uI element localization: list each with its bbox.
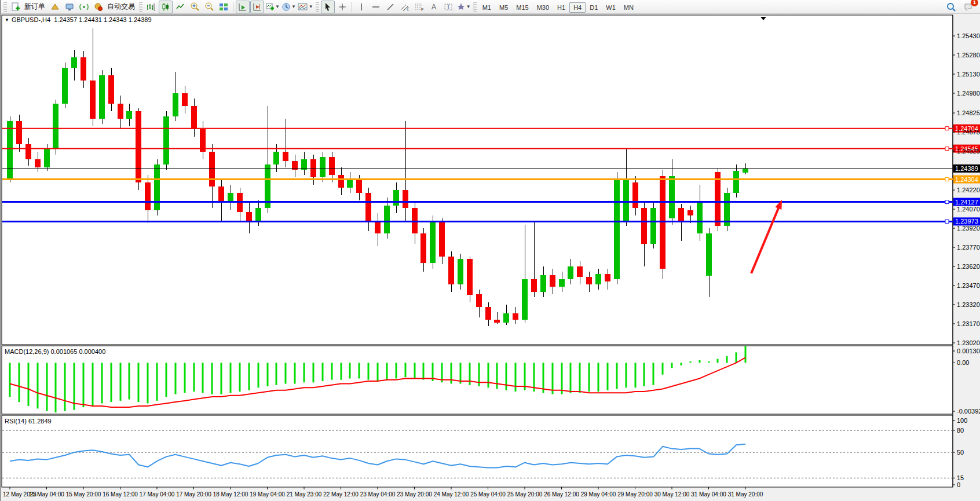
chart-title: ▼GBPUSD-,H4 1.24357 1.24431 1.24343 1.24… [5,16,152,23]
time-axis-label: 29 May 04:00 [581,491,616,498]
price-tag-value: 1.24304 [955,176,978,183]
timeframe-m15[interactable]: M15 [512,2,532,13]
autotrade-button[interactable]: 自动交易 [107,2,135,12]
toolbar-grip[interactable] [316,2,319,12]
rsi-axis-label: 80 [957,427,964,434]
channel-icon[interactable]: E [398,1,412,13]
time-axis-label: 25 May 20:00 [507,491,543,498]
chevron-down-icon: ▼ [291,4,296,9]
new-chart-icon[interactable]: ▼ [265,1,280,13]
svg-text:E: E [407,7,409,11]
crosshair-icon[interactable] [335,1,349,13]
time-axis-label: 25 May 04:00 [470,491,506,498]
chevron-down-icon: ▼ [309,4,313,9]
terminal-icon[interactable] [63,1,76,13]
timeframe-w1[interactable]: W1 [602,2,620,13]
text-label-icon[interactable]: T [441,1,455,13]
time-axis-label: 31 May 04:00 [691,491,726,498]
search-icon[interactable] [944,1,958,13]
price-tag-value: 1.24389 [955,165,978,172]
rsi-axis-label: 0 [957,481,960,488]
tile-windows-icon[interactable] [217,1,231,13]
zoom-in-icon[interactable] [188,1,202,13]
price-axis-label: 1.24825 [957,109,980,116]
candle-chart-icon[interactable] [159,1,173,13]
price-axis-label: 1.25280 [957,52,980,58]
time-axis-label: 17 May 04:00 [140,491,175,498]
price-axis-label: 1.23320 [957,301,980,308]
time-axis-label: 29 May 20:00 [617,491,653,498]
trendline-icon[interactable] [383,1,397,13]
toolbar-grip[interactable] [3,2,7,12]
indicators-icon[interactable]: ▼ [297,1,314,13]
time-axis-label: 21 May 23:00 [287,491,322,498]
svg-text:F: F [421,8,423,12]
price-tag-value: 1.24127 [955,199,978,206]
line-handle-marker[interactable] [945,200,949,204]
bar-chart-icon[interactable] [144,1,158,13]
timeframe-group: M1M5M15M30H1H4D1W1MN [478,2,638,12]
timeframe-m1[interactable]: M1 [478,2,495,13]
time-axis-label: 17 May 20:00 [176,491,211,498]
notifications-icon[interactable]: 1 [961,1,975,13]
timeframe-h4[interactable]: H4 [569,2,586,13]
time-axis-label: 22 May 12:00 [323,491,359,498]
fibonacci-icon[interactable]: F [412,1,426,13]
line-handle-marker[interactable] [945,127,949,130]
macd-indicator-label: MACD(12,26,9) 0.001065 0.000400 [5,348,105,355]
price-axis-label: 1.24525 [957,148,980,155]
line-handle-marker[interactable] [945,147,949,151]
toolbar-separator [352,2,352,12]
time-axis-label: 19 May 04:00 [250,491,285,498]
line-chart-icon[interactable] [173,1,187,13]
toolbar-grip[interactable] [473,2,477,12]
time-axis-label: 23 May 04:00 [360,491,396,498]
profiles-icon[interactable]: ▼ [281,1,297,13]
rsi-axis-label: 15 [957,474,964,481]
svg-text:A: A [432,3,436,11]
new-order-icon[interactable] [9,1,23,13]
arrows-icon[interactable]: ▼ [456,1,471,13]
auto-scroll-icon[interactable] [236,1,250,13]
autotrade-icon[interactable] [92,1,105,13]
chevron-down-icon: ▼ [275,4,280,9]
rsi-indicator-label: RSI(14) 61.2849 [5,418,52,425]
signal-icon[interactable] [77,1,91,13]
timeframe-d1[interactable]: D1 [586,2,602,13]
chart-shift-icon[interactable] [250,1,264,13]
rsi-pane[interactable] [2,415,953,487]
price-axis-label: 1.25130 [957,71,980,78]
macd-axis-label: 0.001302 [957,348,980,354]
svg-text:T: T [447,3,450,10]
timeframe-mn[interactable]: MN [620,2,638,13]
rsi-axis-label: 100 [957,417,967,424]
price-axis-label: 1.23470 [957,282,980,289]
text-icon[interactable]: A [427,1,441,13]
price-tag-value: 1.23973 [955,218,978,225]
chart-menu-arrow-icon[interactable]: ▼ [5,17,9,23]
toolbar: 新订单 自动交易 [1,0,980,14]
price-axis-label: 1.23620 [957,263,980,270]
timeframe-m5[interactable]: M5 [495,2,512,13]
vertical-line-icon[interactable] [354,1,368,13]
zoom-out-icon[interactable] [202,1,216,13]
cursor-icon[interactable] [321,1,335,13]
macd-pane[interactable] [2,346,953,414]
timeframe-m30[interactable]: M30 [533,2,553,13]
toolbar-grip[interactable] [139,2,142,12]
horizontal-line-icon[interactable] [369,1,383,13]
chevron-down-icon: ▼ [466,4,471,9]
price-axis-label: 1.24220 [957,186,980,193]
chart-window[interactable]: 1.247041.245451.243891.243041.241271.239… [1,14,980,501]
time-axis-label: 18 May 12:00 [213,491,248,498]
line-handle-marker[interactable] [945,220,949,223]
market-watch-icon[interactable] [48,1,62,13]
new-order-button[interactable]: 新订单 [24,2,45,12]
chart-canvas[interactable]: 1.247041.245451.243891.243041.241271.239… [1,14,980,501]
price-axis-label: 1.23770 [957,244,980,251]
timeframe-h1[interactable]: H1 [553,2,569,13]
line-handle-marker[interactable] [945,178,949,181]
price-axis-label: 1.24980 [957,90,980,97]
time-axis-label: 26 May 12:00 [544,491,579,498]
price-axis-label: 1.23920 [957,225,980,232]
